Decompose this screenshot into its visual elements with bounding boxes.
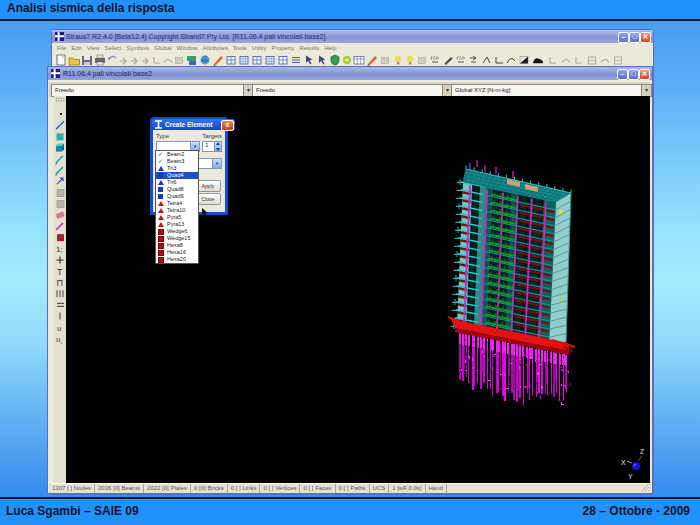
svg-text:1;: 1; [56, 245, 63, 254]
svg-text:X: X [621, 459, 626, 466]
svg-text:Z: Z [640, 448, 645, 455]
svg-text:T: T [57, 267, 63, 277]
svg-text:u: u [57, 324, 61, 333]
svg-text:Y: Y [628, 473, 633, 480]
svg-text:Π: Π [57, 278, 64, 288]
svg-text:u¸: u¸ [56, 335, 63, 344]
